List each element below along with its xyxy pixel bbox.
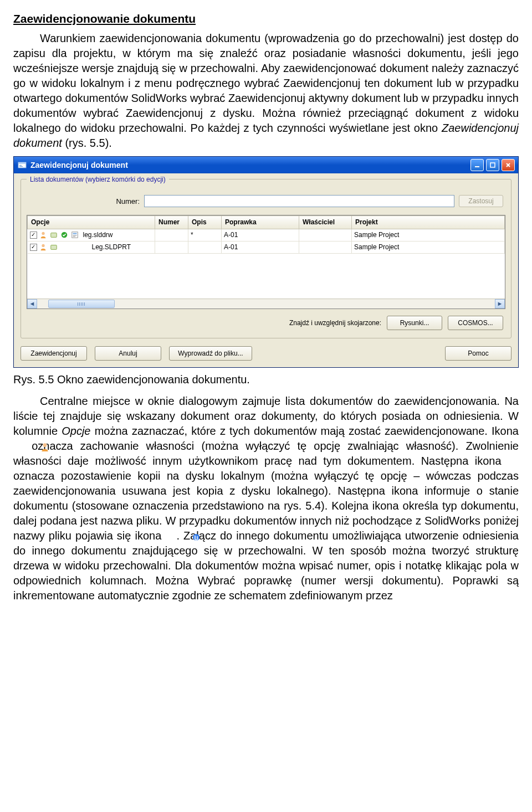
file-name: leg.slddrw — [83, 230, 113, 239]
para2a-em: Opcje — [62, 425, 90, 437]
svg-rect-10 — [73, 233, 76, 235]
anuluj-button[interactable]: Anuluj — [95, 346, 161, 361]
col-poprawka[interactable]: Poprawka — [222, 216, 299, 229]
para2b: oznacza zachowanie własności (można wyłą… — [13, 440, 519, 467]
row-checkbox[interactable]: ✓ — [30, 232, 37, 239]
cosmos-button[interactable]: COSMOS... — [448, 316, 503, 330]
svg-rect-3 — [19, 166, 23, 167]
svg-point-13 — [42, 244, 44, 247]
intro-paragraph: Warunkiem zaewidencjonowania dokumentu (… — [13, 31, 519, 151]
titlebar: Zaewidencjonuj dokument — [14, 157, 518, 173]
para1-text: Warunkiem zaewidencjonowania dokumentu (… — [13, 32, 519, 134]
wyprowadz-button[interactable]: Wyprowadź do pliku... — [169, 346, 252, 361]
fieldset-legend: Lista dokumentów (wybierz komórki do edy… — [27, 175, 169, 184]
horizontal-scrollbar[interactable]: ◄ ► — [27, 299, 505, 309]
svg-point-15 — [43, 443, 47, 447]
status-icon — [60, 230, 69, 239]
numer-label: Numer: — [29, 197, 140, 207]
find-label: Znajdź i uwzględnij skojarzone: — [289, 318, 381, 327]
svg-rect-9 — [71, 232, 78, 238]
cell-wlasciciel[interactable] — [299, 241, 352, 253]
ownership-icon[interactable] — [39, 230, 48, 239]
document-table: Opcje Numer Opis Poprawka Właściciel Pro… — [27, 215, 505, 253]
para1-tail: (rys. 5.5). — [62, 137, 112, 149]
cell-opis[interactable] — [188, 241, 222, 253]
cell-wlasciciel[interactable] — [299, 229, 352, 241]
app-icon — [17, 160, 27, 170]
col-wlasciciel[interactable]: Właściciel — [299, 216, 352, 229]
row-checkbox[interactable]: ✓ — [30, 244, 37, 251]
cell-numer[interactable] — [155, 241, 188, 253]
minimize-button[interactable] — [470, 159, 484, 171]
svg-rect-4 — [475, 166, 479, 167]
localcopy-icon[interactable] — [49, 230, 58, 239]
cell-opis[interactable]: * — [188, 229, 222, 241]
cell-poprawka[interactable]: A-01 — [222, 229, 299, 241]
para2: Centralne miejsce w oknie dialogowym zaj… — [13, 394, 519, 603]
table-row[interactable]: ✓ leg.slddrw * A-01 — [28, 229, 505, 241]
scroll-left-icon[interactable]: ◄ — [27, 299, 37, 309]
svg-point-6 — [42, 232, 44, 235]
col-numer[interactable]: Numer — [155, 216, 188, 229]
localcopy-icon[interactable] — [49, 243, 58, 251]
scroll-right-icon[interactable]: ► — [495, 299, 505, 309]
spacer-icon — [60, 243, 69, 251]
page-title: Zaewidencjonowanie dokumentu — [13, 11, 519, 27]
ownership-icon — [13, 441, 24, 451]
scroll-track[interactable] — [37, 299, 495, 309]
ownership-icon[interactable] — [39, 243, 48, 251]
para2a-tail: można zaznaczać, które z tych dokumentów… — [91, 425, 519, 437]
rysunki-button[interactable]: Rysunki... — [387, 316, 442, 330]
cell-projekt[interactable]: Sample Project — [352, 241, 505, 253]
svg-rect-5 — [490, 163, 495, 167]
figure-caption: Rys. 5.5 Okno zaewidencjonowania dokumen… — [13, 372, 519, 387]
cell-numer[interactable] — [155, 229, 188, 241]
cell-projekt[interactable]: Sample Project — [352, 229, 505, 241]
document-list-fieldset: Lista dokumentów (wybierz komórki do edy… — [21, 179, 511, 338]
zastosuj-button[interactable]: Zastosuj — [459, 195, 503, 207]
svg-rect-14 — [50, 245, 57, 250]
document-table-wrap: Opcje Numer Opis Poprawka Właściciel Pro… — [27, 215, 505, 309]
pomoc-button[interactable]: Pomoc — [445, 346, 511, 361]
cell-poprawka[interactable]: A-01 — [222, 241, 299, 253]
zaewidencjonuj-button[interactable]: Zaewidencjonuj — [21, 346, 87, 361]
col-opcje[interactable]: Opcje — [28, 216, 155, 229]
svg-point-17 — [193, 534, 200, 541]
attach-icon — [165, 531, 176, 541]
close-button[interactable] — [502, 159, 515, 171]
table-row[interactable]: ✓ Leg.SLDPRT A-01 — [28, 241, 505, 253]
numer-input[interactable] — [144, 195, 454, 207]
doctype-icon — [70, 230, 79, 239]
col-opis[interactable]: Opis — [188, 216, 222, 229]
window-title: Zaewidencjonuj dokument — [30, 160, 470, 171]
svg-rect-12 — [73, 237, 75, 237]
svg-rect-2 — [19, 165, 22, 166]
spacer-icon — [70, 243, 79, 251]
maximize-button[interactable] — [486, 159, 499, 171]
col-projekt[interactable]: Projekt — [352, 216, 505, 229]
dialog-window: Zaewidencjonuj dokument Lista dokumentów… — [13, 156, 519, 368]
svg-rect-1 — [18, 162, 26, 164]
localcopy-icon — [508, 456, 519, 466]
file-name: Leg.SLDPRT — [92, 243, 131, 251]
svg-rect-7 — [50, 233, 57, 238]
svg-rect-11 — [73, 235, 76, 236]
scroll-thumb[interactable] — [48, 300, 115, 308]
